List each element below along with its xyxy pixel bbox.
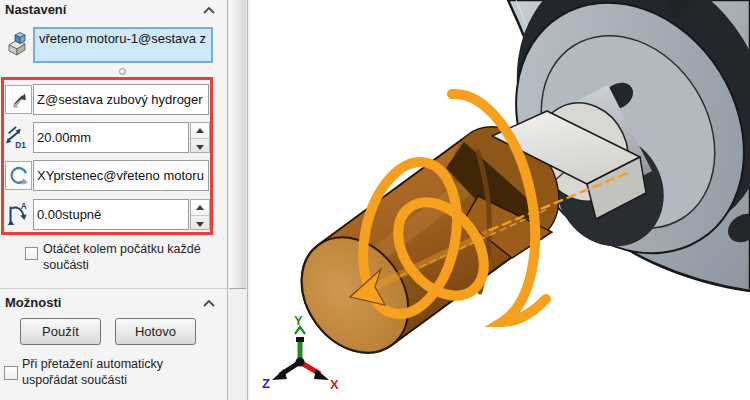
angle-icon-box: A <box>4 201 30 228</box>
triad-y-label: Y <box>294 313 303 328</box>
distance-spinner <box>190 122 210 153</box>
apply-button[interactable]: Použít <box>20 318 101 345</box>
solidworks-move-component-ui: Nastavení vřeteno motoru-1@sestava z <box>0 0 750 400</box>
distance-d1-icon: D1 <box>5 125 29 150</box>
auto-arrange-label: Při přetažení automaticky uspořádat souč… <box>22 356 202 388</box>
property-manager-content: Nastavení vřeteno motoru-1@sestava z <box>0 0 227 400</box>
component-icon <box>6 30 30 56</box>
collapse-chevron-icon[interactable] <box>202 299 216 308</box>
section-divider <box>0 288 227 289</box>
triad-z-label: Z <box>262 376 270 391</box>
translate-arrow-icon <box>8 89 30 111</box>
section-header-options: Možnosti <box>0 293 227 313</box>
rotate-circular-arrow-icon <box>8 165 30 187</box>
section-title-settings: Nastavení <box>5 2 66 17</box>
collapse-chevron-icon[interactable] <box>202 6 216 15</box>
rotate-reference-input[interactable] <box>33 160 209 191</box>
graphics-viewport[interactable]: Y Z X <box>250 0 750 400</box>
panel-scrollbar-thumb[interactable] <box>229 0 246 289</box>
angle-spinner <box>190 199 210 230</box>
cad-scene: Y Z X <box>250 0 750 400</box>
auto-arrange-checkbox[interactable] <box>4 366 18 380</box>
angle-input[interactable] <box>33 199 189 230</box>
angle-icon: A <box>5 202 29 227</box>
done-button[interactable]: Hotovo <box>115 318 196 345</box>
rotate-about-origin-checkbox[interactable] <box>25 247 38 260</box>
rotate-axis-icon-box <box>5 161 32 190</box>
section-header-settings: Nastavení <box>0 0 227 20</box>
svg-text:D1: D1 <box>15 140 26 150</box>
distance-icon-box: D1 <box>4 124 30 151</box>
spinner-up-button[interactable] <box>191 200 209 215</box>
translate-reference-input[interactable] <box>33 84 209 115</box>
component-selection-box[interactable]: vřeteno motoru-1@sestava z <box>33 27 213 63</box>
section-title-options: Možnosti <box>5 295 61 310</box>
svg-text:A: A <box>21 202 27 211</box>
distance-input[interactable] <box>33 122 189 153</box>
translate-direction-icon-box <box>5 85 32 114</box>
spinner-down-button[interactable] <box>191 138 209 153</box>
spinner-down-button[interactable] <box>191 215 209 230</box>
triad-x-label: X <box>330 377 339 392</box>
spinner-up-button[interactable] <box>191 123 209 138</box>
panel-resize-handle[interactable] <box>119 68 126 75</box>
property-manager-panel: Nastavení vřeteno motoru-1@sestava z <box>0 0 250 400</box>
rotate-about-origin-label: Otáčet kolem počátku každé součásti <box>43 241 225 273</box>
